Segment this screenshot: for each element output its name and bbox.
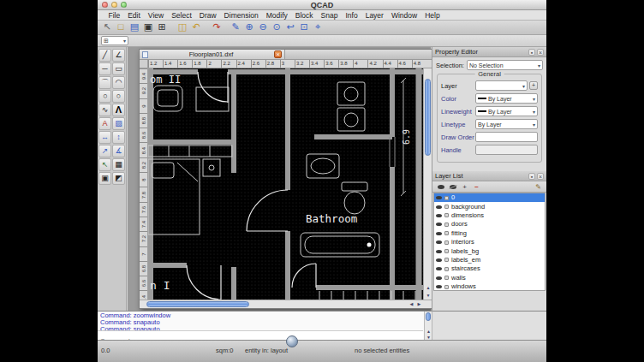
- dim-vertical-tool[interactable]: ↕: [112, 131, 125, 144]
- close-panel-icon[interactable]: ×: [537, 49, 544, 56]
- draw-order-input[interactable]: [475, 132, 538, 142]
- menu-item[interactable]: Info: [342, 10, 361, 21]
- layer-row[interactable]: walls: [434, 274, 545, 282]
- lineweight-dropdown[interactable]: By Layer ▾: [475, 106, 538, 116]
- solid-3d-tool[interactable]: ◩: [112, 172, 125, 185]
- leader-tool[interactable]: ↖: [98, 158, 111, 171]
- hide-all-layers-button[interactable]: [448, 182, 457, 192]
- layer-lock-icon[interactable]: [444, 240, 449, 245]
- float-panel-icon[interactable]: ▪: [528, 173, 535, 180]
- tab-close-icon[interactable]: ×: [274, 50, 282, 58]
- rectangle-tool[interactable]: ▭: [112, 62, 125, 75]
- circle-tool[interactable]: ○: [98, 90, 111, 103]
- print-icon[interactable]: ⊞: [156, 21, 168, 33]
- layer-visibility-eye-icon[interactable]: [436, 223, 442, 226]
- show-all-layers-button[interactable]: [436, 182, 445, 192]
- layer-lock-icon[interactable]: [444, 205, 449, 209]
- layer-row[interactable]: interiors: [434, 238, 545, 246]
- menu-item[interactable]: Modify: [262, 10, 291, 21]
- dim-aligned-tool[interactable]: ↗: [98, 145, 111, 157]
- zoom-window-icon[interactable]: ⊡: [298, 21, 310, 33]
- layer-visibility-eye-icon[interactable]: [436, 258, 442, 262]
- layer-visibility-eye-icon[interactable]: [436, 276, 442, 280]
- layer-visibility-eye-icon[interactable]: [436, 240, 442, 244]
- command-scrollbar[interactable]: ▲ ▼: [424, 312, 432, 341]
- color-dropdown[interactable]: By Layer ▾: [475, 93, 538, 104]
- selection-pointer-icon[interactable]: ↖: [101, 21, 113, 33]
- layer-row[interactable]: fitting: [434, 229, 545, 238]
- layer-lock-icon[interactable]: [444, 258, 449, 262]
- layer-visibility-eye-icon[interactable]: [436, 196, 442, 199]
- zoom-window-button[interactable]: [121, 2, 127, 8]
- print-preview-icon[interactable]: ◫: [176, 21, 188, 33]
- vertical-scrollbar[interactable]: ▲ ▼: [423, 68, 432, 300]
- new-file-icon[interactable]: □: [115, 21, 127, 33]
- layer-visibility-eye-icon[interactable]: [436, 285, 442, 288]
- layer-visibility-eye-icon[interactable]: [436, 214, 442, 217]
- layer-row[interactable]: labels_bg: [434, 246, 545, 255]
- drawing-canvas[interactable]: 6.9 om II Bathroom n I: [148, 68, 423, 300]
- zoom-out-icon[interactable]: ⊖: [257, 21, 269, 33]
- menu-item[interactable]: Dimension: [220, 10, 262, 21]
- layer-lock-icon[interactable]: [444, 213, 449, 217]
- layer-row[interactable]: background: [434, 202, 545, 211]
- arc-tool[interactable]: ⌒: [98, 76, 111, 89]
- edit-layer-button[interactable]: ✎: [534, 182, 543, 192]
- scroll-left-icon[interactable]: ◀: [408, 300, 415, 308]
- polyline-tool[interactable]: Λ: [112, 104, 125, 116]
- layer-row[interactable]: doors: [434, 220, 545, 228]
- float-panel-icon[interactable]: ▪: [528, 49, 535, 56]
- zoom-previous-icon[interactable]: ↩: [284, 21, 296, 33]
- edit-pencil-icon[interactable]: ✎: [230, 21, 242, 33]
- dim-horizontal-tool[interactable]: ↔: [98, 131, 111, 144]
- remove-layer-button[interactable]: −: [472, 182, 481, 192]
- horizontal-scrollbar-thumb[interactable]: [146, 301, 249, 307]
- line-tool[interactable]: ╱: [98, 49, 111, 62]
- arc-3point-tool[interactable]: ◠: [112, 76, 125, 89]
- layer-row[interactable]: dimensions: [434, 211, 545, 220]
- scroll-right-icon[interactable]: ▶: [415, 300, 423, 308]
- menu-item[interactable]: Help: [421, 10, 444, 21]
- layer-visibility-eye-icon[interactable]: [436, 232, 442, 235]
- ellipse-tool[interactable]: ○: [112, 90, 125, 103]
- close-panel-icon[interactable]: ×: [537, 173, 544, 180]
- pan-icon[interactable]: ⌖: [312, 21, 324, 33]
- redo-icon[interactable]: ↷: [211, 21, 223, 33]
- zoom-auto-icon[interactable]: ⊙: [271, 21, 283, 33]
- command-scrollbar-thumb[interactable]: [426, 312, 431, 321]
- close-window-button[interactable]: [102, 2, 108, 8]
- menu-item[interactable]: File: [104, 10, 124, 21]
- document-tab[interactable]: Floorplan01.dxf ×: [140, 50, 285, 59]
- layer-row[interactable]: staircases: [434, 264, 545, 273]
- menu-item[interactable]: Snap: [317, 10, 342, 21]
- minimize-window-button[interactable]: [111, 2, 117, 8]
- layer-row[interactable]: labels_em: [434, 256, 545, 264]
- text-tool[interactable]: A: [98, 117, 111, 130]
- hatch-tool[interactable]: ▨: [112, 117, 125, 130]
- menu-item[interactable]: Select: [168, 10, 196, 21]
- layer-lock-icon[interactable]: [444, 267, 449, 271]
- layer-visibility-eye-icon[interactable]: [436, 267, 442, 270]
- spline-tool[interactable]: ∿: [98, 104, 111, 116]
- zoom-in-icon[interactable]: ⊕: [243, 21, 255, 33]
- save-icon[interactable]: ▣: [142, 21, 154, 33]
- dim-angular-tool[interactable]: ∡: [112, 145, 125, 157]
- layer-lock-icon[interactable]: [444, 231, 449, 235]
- add-layer-button[interactable]: +: [460, 182, 469, 192]
- angle-line-tool[interactable]: ∠: [112, 49, 125, 62]
- menu-item[interactable]: Block: [291, 10, 317, 21]
- image-tool[interactable]: ▦: [112, 158, 125, 171]
- layer-lock-icon[interactable]: [444, 285, 449, 289]
- layer-dropdown[interactable]: ▾: [475, 80, 528, 91]
- open-file-icon[interactable]: ▤: [128, 21, 140, 33]
- menu-item[interactable]: Draw: [195, 10, 220, 21]
- title-bar[interactable]: QCAD: [98, 0, 546, 10]
- horizontal-line-tool[interactable]: ─: [98, 62, 111, 75]
- layer-extra-button[interactable]: +: [529, 81, 538, 90]
- menu-item[interactable]: Edit: [124, 10, 145, 21]
- snap-mode-dropdown[interactable]: ⊞ ▾: [101, 36, 128, 45]
- layer-lock-icon[interactable]: [444, 249, 449, 253]
- horizontal-scrollbar[interactable]: ◀ ▶: [140, 300, 432, 308]
- layer-visibility-eye-icon[interactable]: [436, 205, 442, 209]
- vertical-scrollbar-thumb[interactable]: [425, 79, 431, 156]
